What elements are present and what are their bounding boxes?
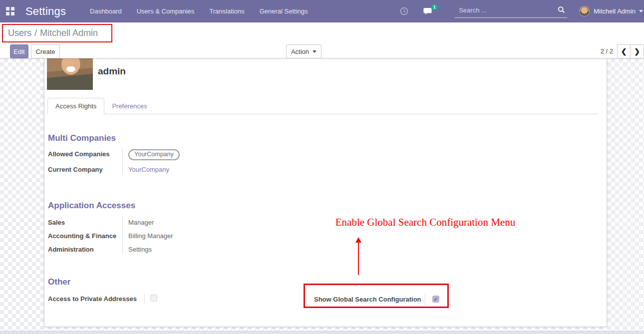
- field-label: Access to Private Addresses: [48, 295, 144, 303]
- search-icon[interactable]: [558, 6, 565, 15]
- field-label: Current Company: [48, 165, 122, 174]
- content-background: admin Access Rights Preferences Multi Co…: [0, 58, 644, 334]
- create-button[interactable]: Create: [31, 44, 60, 58]
- action-dropdown-button[interactable]: Action: [286, 44, 322, 58]
- top-navbar: Settings Dashboard Users & Companies Tra…: [0, 0, 644, 22]
- field-value: Manager: [122, 218, 154, 227]
- messaging-count-badge: 1: [431, 4, 438, 10]
- field-row-current-company: Current Company YourCompany: [48, 163, 327, 176]
- user-photo: [47, 58, 93, 90]
- login-name: admin: [98, 66, 126, 77]
- company-tag: YourCompany: [128, 149, 180, 160]
- main-menu: Dashboard Users & Companies Translations…: [90, 7, 308, 15]
- current-company-link[interactable]: YourCompany: [128, 166, 169, 173]
- group-separator-line: [122, 217, 123, 255]
- annotation-arrow-line: [358, 242, 359, 275]
- field-label: Allowed Companies: [48, 150, 122, 158]
- user-avatar: [579, 6, 590, 16]
- pager-previous-button[interactable]: ❮: [617, 44, 631, 58]
- section-title-other: Other: [48, 277, 70, 287]
- chevron-left-icon: ❮: [621, 47, 627, 55]
- private-addresses-checkbox[interactable]: [150, 295, 157, 302]
- group-separator-line: [122, 149, 123, 175]
- activities-clock-icon[interactable]: [400, 7, 408, 15]
- pager-next-button[interactable]: ❯: [631, 44, 644, 58]
- form-sheet: admin Access Rights Preferences Multi Co…: [44, 58, 607, 327]
- group-multi-companies: Allowed Companies YourCompany Current Co…: [48, 147, 327, 176]
- field-label: Sales: [48, 218, 122, 227]
- pager: ❮ ❯: [617, 44, 644, 58]
- chevron-down-icon: [639, 10, 643, 12]
- field-row-global-search: Show Global Search Configuration ✓: [314, 293, 439, 305]
- bottom-edge-bar: [0, 331, 644, 334]
- chevron-right-icon: ❯: [634, 47, 640, 55]
- menu-item-dashboard[interactable]: Dashboard: [90, 7, 122, 15]
- search-input[interactable]: [455, 4, 567, 18]
- field-label: Accounting & Finance: [48, 232, 122, 240]
- field-value: YourCompany: [122, 165, 169, 174]
- section-title-application-accesses: Application Accesses: [48, 201, 135, 211]
- field-value: YourCompany: [122, 150, 180, 160]
- global-search: [455, 4, 567, 18]
- user-menu[interactable]: Mitchell Admin: [579, 6, 643, 16]
- breadcrumb-link-users[interactable]: Users: [8, 28, 31, 38]
- group-other: Access to Private Addresses: [48, 292, 188, 306]
- tab-preferences[interactable]: Preferences: [104, 98, 154, 114]
- notebook-tabs: Access Rights Preferences: [47, 99, 598, 114]
- tab-access-rights[interactable]: Access Rights: [47, 98, 104, 114]
- field-value: Settings: [122, 245, 152, 254]
- section-title-multi-companies: Multi Companies: [48, 133, 116, 143]
- global-search-checkbox[interactable]: ✓: [432, 296, 439, 303]
- app-title: Settings: [25, 5, 66, 18]
- caret-down-icon: [313, 50, 317, 53]
- menu-item-general-settings[interactable]: General Settings: [260, 7, 308, 15]
- breadcrumb-separator: /: [34, 28, 37, 38]
- breadcrumb-highlight-box: Users/Mitchell Admin: [2, 24, 112, 42]
- control-panel: Users/Mitchell Admin Edit Create Action …: [0, 22, 644, 58]
- messaging-icon[interactable]: 1: [423, 7, 433, 15]
- user-menu-label: Mitchell Admin: [594, 7, 636, 15]
- field-label: Administration: [48, 245, 122, 254]
- apps-menu-icon[interactable]: [6, 7, 14, 15]
- annotation-text: Enable Global Search Configuration Menu: [251, 216, 600, 229]
- action-dropdown-label: Action: [291, 48, 309, 55]
- group-separator-line: [144, 294, 145, 304]
- field-value: [144, 295, 157, 302]
- field-row-accounting-finance: Accounting & Finance Billing Manager: [48, 229, 327, 243]
- field-value: Billing Manager: [122, 232, 173, 240]
- menu-item-users-companies[interactable]: Users & Companies: [137, 7, 195, 15]
- field-row-private-addresses: Access to Private Addresses: [48, 292, 188, 306]
- menu-item-translations[interactable]: Translations: [209, 7, 244, 15]
- field-label: Show Global Search Configuration: [314, 295, 422, 304]
- check-icon: ✓: [434, 297, 438, 302]
- pager-counter: 2 / 2: [601, 47, 613, 55]
- edit-button[interactable]: Edit: [10, 44, 28, 58]
- breadcrumb: Users/Mitchell Admin: [3, 28, 98, 38]
- breadcrumb-current: Mitchell Admin: [40, 28, 98, 38]
- field-row-administration: Administration Settings: [48, 243, 327, 256]
- group-separator-line: [425, 293, 425, 305]
- field-row-allowed-companies: Allowed Companies YourCompany: [48, 147, 327, 163]
